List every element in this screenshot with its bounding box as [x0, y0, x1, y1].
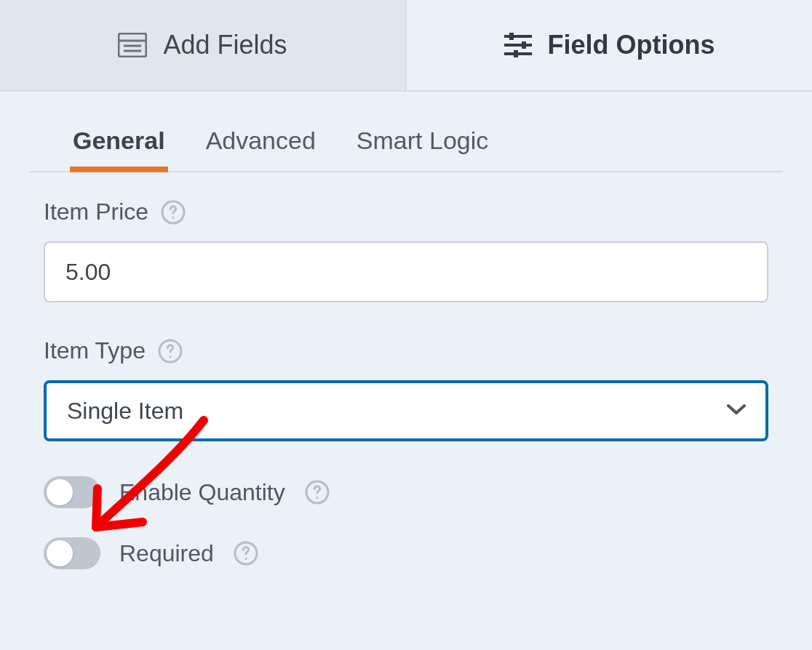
- svg-rect-5: [509, 33, 514, 40]
- tab-add-fields[interactable]: Add Fields: [0, 0, 407, 90]
- item-price-group: Item Price: [44, 198, 768, 302]
- required-row: Required: [44, 537, 768, 569]
- item-type-label: Item Type: [44, 337, 146, 364]
- tab-add-fields-label: Add Fields: [163, 30, 287, 60]
- svg-point-15: [316, 497, 318, 499]
- list-icon: [118, 33, 147, 57]
- required-label: Required: [119, 540, 214, 567]
- enable-quantity-toggle[interactable]: [44, 476, 100, 508]
- item-type-group: Item Type Single Item: [44, 337, 768, 441]
- item-price-label-row: Item Price: [44, 198, 768, 225]
- svg-rect-9: [514, 50, 518, 57]
- svg-point-13: [169, 356, 171, 358]
- svg-point-11: [172, 217, 175, 219]
- tab-field-options[interactable]: Field Options: [407, 0, 812, 90]
- svg-point-17: [244, 558, 247, 560]
- item-type-select-wrap: Single Item: [44, 380, 768, 441]
- item-type-select[interactable]: Single Item: [44, 380, 768, 441]
- subtab-smart-logic[interactable]: Smart Logic: [357, 127, 488, 171]
- sliders-icon: [504, 33, 532, 57]
- item-type-selected-value: Single Item: [67, 398, 183, 425]
- help-icon[interactable]: [157, 338, 183, 364]
- subtab-advanced[interactable]: Advanced: [206, 127, 316, 171]
- item-price-input[interactable]: [44, 241, 768, 302]
- field-options-panel: Item Price Item Type: [0, 172, 812, 598]
- subtab-advanced-label: Advanced: [206, 127, 316, 154]
- tab-field-options-label: Field Options: [548, 30, 715, 60]
- top-tabs: Add Fields Field Options: [0, 0, 812, 92]
- help-icon[interactable]: [304, 479, 330, 505]
- subtab-general-label: General: [73, 127, 165, 154]
- svg-rect-7: [522, 41, 526, 49]
- subtab-general[interactable]: General: [73, 127, 165, 171]
- svg-rect-6: [504, 44, 532, 47]
- enable-quantity-label: Enable Quantity: [119, 479, 285, 506]
- svg-rect-4: [504, 35, 532, 38]
- required-toggle[interactable]: [44, 537, 100, 569]
- help-icon[interactable]: [233, 540, 259, 566]
- help-icon[interactable]: [160, 199, 186, 225]
- item-type-label-row: Item Type: [44, 337, 768, 364]
- enable-quantity-row: Enable Quantity: [44, 476, 768, 508]
- subtab-smart-logic-label: Smart Logic: [357, 127, 488, 154]
- sub-tabs: General Advanced Smart Logic: [29, 92, 783, 172]
- item-price-label: Item Price: [44, 198, 148, 225]
